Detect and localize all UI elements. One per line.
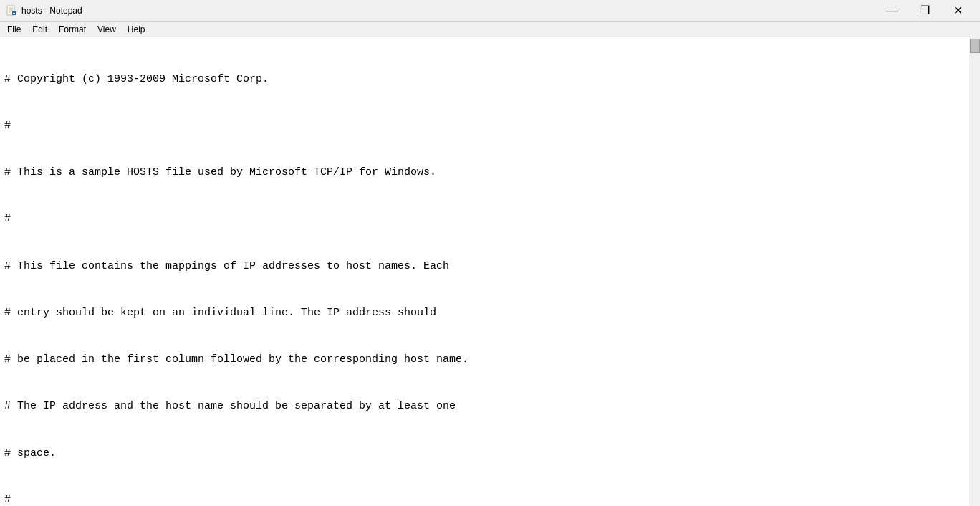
maximize-button[interactable]: ❐ [908, 0, 941, 22]
content-area: # Copyright (c) 1993-2009 Microsoft Corp… [0, 37, 980, 506]
text-line: # [4, 492, 964, 506]
text-editor[interactable]: # Copyright (c) 1993-2009 Microsoft Corp… [0, 37, 969, 506]
scrollbar-thumb[interactable] [970, 39, 980, 53]
title-bar-controls: — ❐ ✕ [875, 0, 974, 22]
scrollbar[interactable] [969, 37, 980, 506]
menu-help[interactable]: Help [122, 23, 151, 36]
text-line: # entry should be kept on an individual … [4, 305, 964, 321]
notepad-icon [6, 5, 17, 16]
text-line: # [4, 211, 964, 227]
title-bar-left: hosts - Notepad [6, 5, 82, 16]
text-line: # be placed in the first column followed… [4, 352, 964, 368]
text-line: # This is a sample HOSTS file used by Mi… [4, 165, 964, 181]
title-bar: hosts - Notepad — ❐ ✕ [0, 0, 980, 22]
text-line: # Copyright (c) 1993-2009 Microsoft Corp… [4, 72, 964, 87]
minimize-button[interactable]: — [875, 0, 908, 22]
menu-format[interactable]: Format [53, 23, 92, 36]
menu-edit[interactable]: Edit [27, 23, 53, 36]
close-button[interactable]: ✕ [941, 0, 974, 22]
window-title: hosts - Notepad [21, 6, 82, 16]
text-line: # space. [4, 446, 964, 462]
text-line: # This file contains the mappings of IP … [4, 259, 964, 275]
text-line: # The IP address and the host name shoul… [4, 398, 964, 414]
menu-view[interactable]: View [92, 23, 122, 36]
menu-bar: File Edit Format View Help [0, 22, 980, 37]
text-line: # [4, 118, 964, 134]
menu-file[interactable]: File [1, 23, 27, 36]
